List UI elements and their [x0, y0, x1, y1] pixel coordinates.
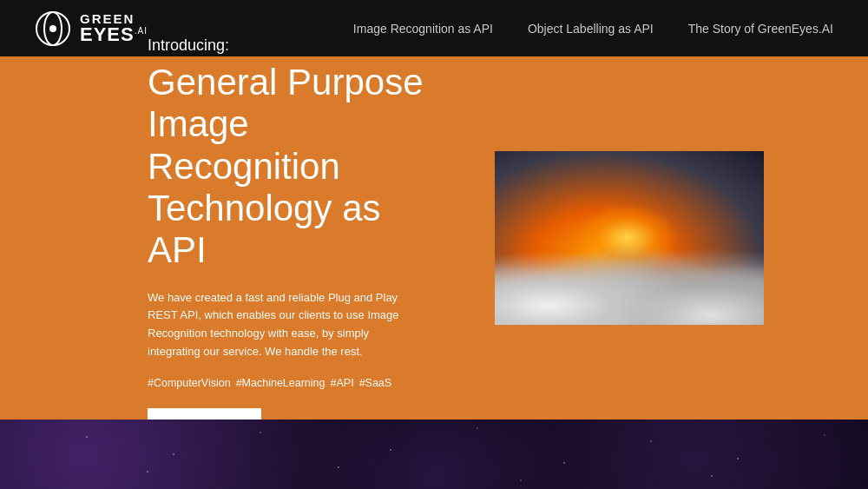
logo-icon: [35, 10, 71, 47]
logo[interactable]: GREEN EYES.AI: [35, 10, 148, 47]
tag-saas[interactable]: #SaaS: [359, 377, 392, 389]
nav-links: Image Recognition as API Object Labellin…: [353, 21, 833, 36]
logo-text: GREEN EYES.AI: [80, 12, 148, 44]
logo-eyes: EYES.AI: [80, 25, 148, 44]
tag-computervision[interactable]: #ComputerVision: [148, 377, 231, 389]
sky-background: [495, 151, 764, 325]
hero-section: Introducing: General Purpose Image Recog…: [0, 56, 868, 420]
nav-link-object-labelling[interactable]: Object Labelling as API: [528, 22, 654, 36]
hero-intro: Introducing:: [148, 36, 443, 55]
nav-link-story[interactable]: The Story of GreenEyes.AI: [688, 22, 833, 36]
stars-background: [0, 420, 868, 489]
nav-item-story[interactable]: The Story of GreenEyes.AI: [688, 21, 833, 36]
hero-tags: #ComputerVision #MachineLearning #API #S…: [148, 377, 443, 389]
nav-link-image-recognition[interactable]: Image Recognition as API: [353, 22, 493, 36]
tag-machinelearning[interactable]: #MachineLearning: [236, 377, 326, 389]
bottom-section: [0, 420, 868, 489]
nav-item-image-recognition[interactable]: Image Recognition as API: [353, 21, 493, 36]
hero-title: General Purpose Image Recognition Techno…: [148, 62, 443, 271]
tag-api[interactable]: #API: [331, 377, 354, 389]
hero-description: We have created a fast and reliable Plug…: [148, 289, 417, 361]
cloud-layer: [495, 229, 764, 325]
hero-content: Introducing: General Purpose Image Recog…: [148, 36, 443, 439]
nav-item-object-labelling[interactable]: Object Labelling as API: [528, 21, 654, 36]
svg-point-2: [49, 25, 56, 32]
hero-image: [495, 151, 764, 325]
hero-image-wrapper: [495, 151, 764, 325]
